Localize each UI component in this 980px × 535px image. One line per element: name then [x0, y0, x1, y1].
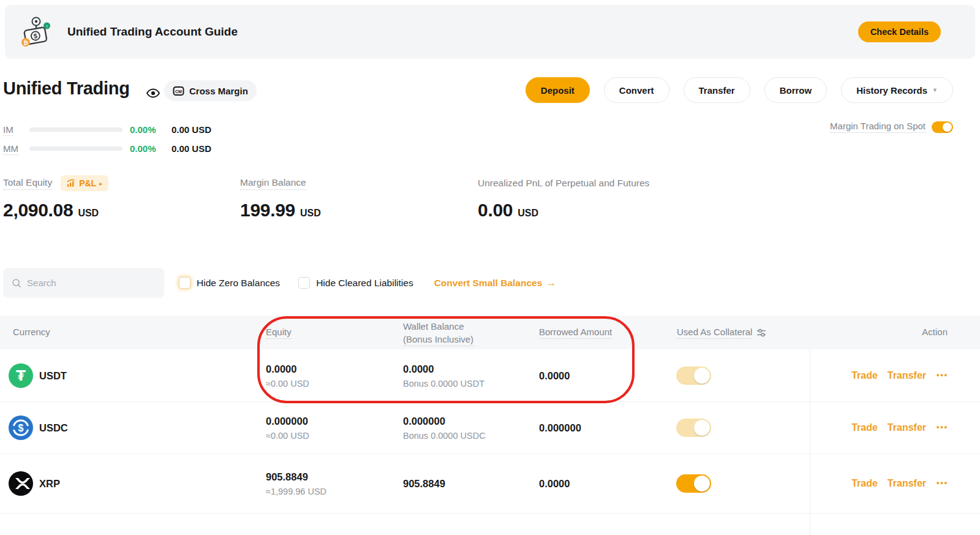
currency-name: USDC — [39, 422, 68, 434]
table-row-xrp: XRP 905.8849 ≈1,999.96 USD 905.8849 0.00… — [0, 454, 980, 514]
header-actions: Deposit Convert Transfer Borrow History … — [526, 77, 953, 103]
collateral-settings-icon[interactable] — [756, 328, 766, 338]
trade-link[interactable]: Trade — [851, 478, 878, 489]
page-title: Unified Trading — [3, 78, 130, 99]
equity-cell: 0.000000 ≈0.00 USD — [266, 415, 309, 441]
im-value: 0.00 USD — [172, 124, 211, 135]
wallet-balance-cell: 905.8849 — [403, 478, 445, 490]
currency-name: XRP — [39, 478, 60, 490]
currency-name: USDT — [39, 370, 67, 381]
total-equity-label: Total Equity — [3, 177, 52, 190]
cross-margin-badge[interactable]: CM Cross Margin — [164, 80, 257, 101]
guide-banner: $ ₿ ↑ Unified Trading Account Guide Chec… — [5, 5, 975, 59]
usdt-coin-icon: ₮ — [9, 363, 33, 388]
guide-banner-title: Unified Trading Account Guide — [67, 25, 238, 39]
trade-link[interactable]: Trade — [851, 422, 878, 433]
collateral-toggle[interactable] — [676, 474, 711, 493]
unrealized-pnl-value: 0.00 — [478, 200, 513, 221]
checkbox-box[interactable] — [179, 277, 190, 289]
search-input[interactable] — [27, 278, 156, 288]
toggle-knob — [694, 368, 710, 384]
convert-small-balances-link[interactable]: Convert Small Balances → — [434, 278, 557, 289]
unified-trading-page: $ ₿ ↑ Unified Trading Account Guide Chec… — [0, 0, 980, 535]
table-row-usdc: $ USDC 0.000000 ≈0.00 USD 0.000000 Bonus… — [0, 402, 980, 454]
wallet-balance-cell: 0.000000 Bonus 0.0000 USDC — [403, 415, 486, 441]
svg-text:₿: ₿ — [23, 39, 28, 46]
pnl-chart-icon — [67, 179, 76, 188]
row-actions: Trade Transfer ⋯ — [851, 478, 948, 489]
hide-zero-balances-label: Hide Zero Balances — [197, 278, 280, 289]
usdc-coin-icon: $ — [9, 415, 33, 440]
col-used-as-collateral[interactable]: Used As Collateral — [677, 327, 766, 339]
wallet-balance-cell: 0.0000 Bonus 0.0000 USDT — [403, 363, 484, 388]
hide-zero-balances-checkbox[interactable]: Hide Zero Balances — [179, 277, 280, 289]
chevron-down-icon: ▼ — [932, 87, 938, 93]
unrealized-pnl-label: Unrealized PnL of Perpetual and Futures — [478, 178, 649, 189]
equity-cell: 0.0000 ≈0.00 USD — [266, 363, 309, 388]
margin-balance-unit: USD — [300, 208, 321, 219]
mm-value: 0.00 USD — [172, 143, 211, 154]
search-icon — [12, 278, 21, 289]
im-label: IM — [3, 124, 29, 135]
hide-cleared-liabilities-label: Hide Cleared Liabilities — [316, 278, 413, 289]
unrealized-pnl-unit: USD — [518, 208, 538, 219]
mm-row: MM 0.00% 0.00 USD — [3, 142, 211, 155]
col-borrowed-amount[interactable]: Borrowed Amount — [539, 327, 612, 337]
transfer-link[interactable]: Transfer — [888, 478, 926, 489]
convert-button[interactable]: Convert — [604, 77, 669, 103]
im-percent: 0.00% — [130, 124, 164, 135]
svg-text:$: $ — [18, 423, 24, 433]
margin-trading-on-spot-label: Margin Trading on Spot — [830, 121, 925, 133]
pnl-badge[interactable]: P&L ▸ — [61, 175, 108, 191]
visibility-eye-icon[interactable] — [146, 86, 160, 101]
svg-text:↑: ↑ — [45, 23, 48, 29]
transfer-button[interactable]: Transfer — [684, 77, 750, 103]
hide-cleared-liabilities-checkbox[interactable]: Hide Cleared Liabilities — [298, 277, 413, 289]
wallet-guide-icon: $ ₿ ↑ — [20, 16, 51, 48]
col-equity[interactable]: Equity — [266, 327, 292, 337]
equity-cell: 905.8849 ≈1,999.96 USD — [266, 471, 326, 496]
col-currency: Currency — [13, 327, 50, 337]
more-actions-icon[interactable]: ⋯ — [936, 425, 948, 431]
im-row: IM 0.00% 0.00 USD — [3, 123, 211, 136]
pnl-caret-icon: ▸ — [99, 180, 102, 187]
trade-link[interactable]: Trade — [851, 370, 878, 381]
im-progress-bar — [29, 127, 123, 132]
deposit-button[interactable]: Deposit — [526, 77, 590, 103]
filter-row: Hide Zero Balances Hide Cleared Liabilit… — [179, 268, 556, 298]
table-header: Currency Equity Wallet Balance (Bonus In… — [0, 316, 980, 349]
borrowed-amount-cell: 0.0000 — [539, 478, 570, 490]
transfer-link[interactable]: Transfer — [888, 422, 926, 433]
borrowed-amount-cell: 0.000000 — [539, 422, 581, 434]
history-records-button[interactable]: History Records ▼ — [841, 77, 953, 103]
borrow-button[interactable]: Borrow — [764, 77, 827, 103]
margin-trading-on-spot-toggle[interactable] — [932, 121, 953, 133]
col-wallet-balance[interactable]: Wallet Balance (Bonus Inclusive) — [403, 320, 473, 346]
col-action: Action — [922, 327, 948, 337]
check-details-button[interactable]: Check Details — [858, 21, 941, 42]
arrow-right-icon: → — [546, 278, 556, 289]
toggle-knob — [694, 420, 710, 436]
margin-balance-label: Margin Balance — [240, 177, 306, 190]
more-actions-icon[interactable]: ⋯ — [936, 480, 948, 487]
cross-margin-label: Cross Margin — [189, 86, 248, 96]
collateral-toggle[interactable] — [676, 419, 711, 437]
transfer-link[interactable]: Transfer — [888, 370, 926, 381]
convert-small-balances-label: Convert Small Balances — [434, 278, 543, 289]
margin-balance-value: 199.99 — [240, 200, 295, 221]
table-row-usdt: ₮ USDT 0.0000 ≈0.00 USD 0.0000 Bonus 0.0… — [0, 349, 980, 402]
more-actions-icon[interactable]: ⋯ — [936, 373, 948, 379]
borrowed-amount-cell: 0.0000 — [539, 370, 570, 381]
toggle-knob — [694, 476, 710, 491]
xrp-coin-icon — [9, 471, 33, 496]
margin-trading-on-spot: Margin Trading on Spot — [830, 121, 953, 133]
collateral-toggle[interactable] — [676, 366, 711, 385]
unrealized-pnl-stat: Unrealized PnL of Perpetual and Futures … — [478, 175, 649, 221]
margin-balance-stat: Margin Balance 199.99 USD — [240, 175, 321, 221]
total-equity-value: 2,090.08 — [3, 200, 73, 221]
checkbox-box[interactable] — [298, 277, 310, 289]
search-box — [3, 268, 164, 298]
history-records-label: History Records — [856, 85, 927, 96]
toggle-knob — [943, 123, 952, 132]
mm-label: MM — [3, 143, 29, 154]
